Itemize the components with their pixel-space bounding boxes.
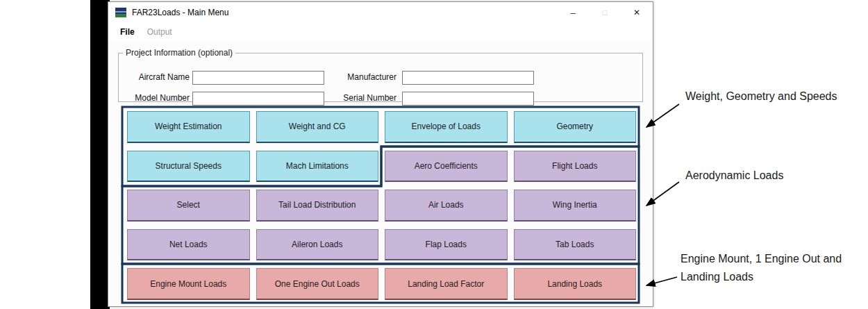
annotation-aerodynamic-loads: Aerodynamic Loads [685,167,838,185]
grid-button-aero-coefficients[interactable]: Aero Coefficients [385,151,508,183]
serial-number-input[interactable] [402,92,534,106]
annotation-line: Landing Loads [681,268,862,286]
grid-button-tail-load-distribution[interactable]: Tail Load Distribution [256,190,379,222]
app-window: FAR23Loads - Main Menu – □ ✕ File Output… [108,1,653,307]
grid-button-flight-loads[interactable]: Flight Loads [514,151,637,183]
manufacturer-label: Manufacturer [327,72,397,82]
app-icon [115,8,126,17]
minimize-button[interactable]: – [557,2,589,23]
annotation-line: Aerodynamic Loads [685,167,838,185]
menu-item-file[interactable]: File [114,24,141,40]
manufacturer-input[interactable] [402,71,534,85]
model-number-label: Model Number [124,93,190,103]
title-bar: FAR23Loads - Main Menu – □ ✕ [108,2,653,23]
grid-button-landing-loads[interactable]: Landing Loads [514,268,637,300]
grid-button-weight-estimation[interactable]: Weight Estimation [127,111,250,143]
window-title: FAR23Loads - Main Menu [132,8,228,17]
window-controls: – □ ✕ [557,2,653,23]
menu-bar: File Output [108,23,653,41]
grid-button-engine-mount-loads[interactable]: Engine Mount Loads [127,268,250,300]
page: { "colors": { "weights-fill": "#a9e1ed",… [0,0,868,309]
grid-button-aileron-loads[interactable]: Aileron Loads [256,229,379,261]
grid-button-geometry[interactable]: Geometry [514,111,637,143]
grid-button-select[interactable]: Select [127,190,250,222]
grid-button-net-loads[interactable]: Net Loads [127,229,250,261]
annotation-engine-mount-landing-loads: Engine Mount, 1 Engine Out and Landing L… [681,250,862,286]
grid-button-wing-inertia[interactable]: Wing Inertia [514,190,637,222]
grid-button-air-loads[interactable]: Air Loads [385,190,508,222]
project-information-groupbox: Project Information (optional) Aircraft … [118,48,643,102]
grid-button-flap-loads[interactable]: Flap Loads [385,229,508,261]
model-number-input[interactable] [192,92,324,106]
grid-button-envelope-of-loads[interactable]: Envelope of Loads [385,111,508,143]
desktop-background [90,0,110,309]
main-menu-button-grid: Weight Estimation Weight and CG Envelope… [123,107,640,304]
project-information-legend: Project Information (optional) [123,48,235,58]
maximize-button: □ [589,2,621,23]
grid-button-structural-speeds[interactable]: Structural Speeds [127,151,250,183]
grid-button-one-engine-out-loads[interactable]: One Engine Out Loads [256,268,379,300]
serial-number-label: Serial Number [327,93,397,103]
annotation-line: Weight, Geometry and Speeds [685,87,859,106]
grid-button-tab-loads[interactable]: Tab Loads [514,229,637,261]
aircraft-name-input[interactable] [192,71,324,85]
grid-button-landing-load-factor[interactable]: Landing Load Factor [385,268,508,300]
grid-button-mach-limitations[interactable]: Mach Limitations [256,151,379,183]
annotation-line: Engine Mount, 1 Engine Out and [681,250,862,268]
close-button[interactable]: ✕ [621,2,653,23]
grid-button-weight-and-cg[interactable]: Weight and CG [256,111,379,143]
menu-item-output: Output [141,24,178,40]
aircraft-name-label: Aircraft Name [124,72,190,82]
annotation-weight-geometry-speeds: Weight, Geometry and Speeds [685,87,859,106]
